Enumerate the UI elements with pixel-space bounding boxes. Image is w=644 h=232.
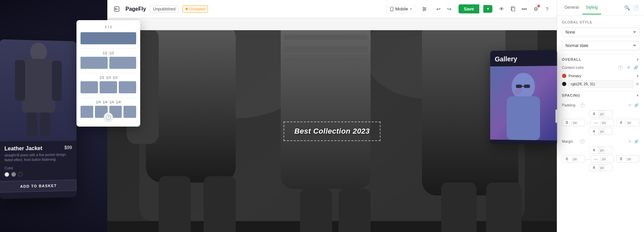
layout-block-third-2 [100,81,117,93]
padding-lr-row: px — px px [562,119,639,126]
svg-rect-28 [284,46,367,51]
rgb-color-swatch[interactable] [562,82,567,86]
margin-label: Margin [562,139,579,143]
color-dot-gray[interactable] [11,172,16,177]
gallery-image [490,66,557,140]
device-selector[interactable]: Mobile ▼ [386,5,416,13]
svg-rect-29 [284,58,367,63]
margin-left-unit: px [572,157,578,161]
margin-lr-row: px — px px [562,155,639,163]
primary-color-swatch[interactable] [562,74,567,78]
divider-3 [80,97,136,98]
margin-right2-input[interactable] [616,155,626,162]
frac-1-3-1: 1/3 [99,76,104,80]
global-style-row: None [562,28,639,37]
svg-rect-44 [516,85,522,88]
save-dropdown-button[interactable]: ▼ [483,5,492,13]
reset-icon[interactable]: ↺ [625,64,632,71]
settings-button[interactable]: ⚙ 1 [531,4,541,14]
filter-icon-btn[interactable] [420,4,430,14]
layout-block-quarter-4 [123,106,136,118]
overall-header[interactable]: OVERALL ▼ [562,54,639,64]
link-icon[interactable]: 🔗 [633,64,639,71]
spacing-header[interactable]: SPACING ▼ [562,91,639,99]
padding-right2-input[interactable] [616,119,626,126]
back-button[interactable] [112,4,121,14]
padding-help[interactable]: ? [580,103,585,107]
margin-left-input[interactable] [562,155,572,162]
undo-redo-group: ↩ ↪ [434,4,454,14]
undo-button[interactable]: ↩ [434,4,444,14]
state-select[interactable]: Normal state [562,41,639,50]
layout-option-1col[interactable] [80,32,136,44]
color-dot-black[interactable] [18,172,23,177]
svg-rect-27 [284,35,367,40]
search-icon-btn[interactable]: 🔍 [623,3,631,12]
layout-option-3col[interactable]: 1/3 1/3 1/3 [80,76,136,93]
padding-bottom-input[interactable] [589,128,599,135]
add-to-basket-button[interactable]: ADD TO BASKET [0,180,76,193]
padding-right-input[interactable] [591,119,600,126]
margin-top-input[interactable] [589,147,599,153]
margin-reset-icon[interactable]: ↺ [627,138,633,144]
product-name-row: Leather Jacket $99 [4,145,72,152]
color-value-row: rgb(28, 29, 31) ✕ [562,80,639,88]
gallery-card: Gallery [490,50,557,145]
color-dot-white[interactable] [4,172,9,177]
pages-button[interactable] [508,4,518,14]
more-options-button[interactable]: ••• [519,4,529,14]
margin-top-unit: px [599,147,605,153]
frac-1-2-left: 1/2 [103,51,107,55]
svg-rect-38 [338,189,371,232]
svg-point-14 [423,10,424,11]
canvas-content[interactable]: Best Collection 2023 [107,30,557,232]
gallery-person-svg [490,66,557,140]
frac-1-4-3: 1/4 [109,100,114,104]
unsaved-label: Unsaved [189,7,205,11]
svg-rect-23 [146,30,236,183]
margin-help[interactable]: ? [580,139,585,144]
padding-left-input-group: px [562,119,585,126]
global-style-select[interactable]: None [562,28,639,37]
right-icons-group: 👁 ••• ⚙ 1 ? [496,4,552,14]
margin-top-row: px [562,146,639,154]
margin-bottom-input-group: px [589,164,612,171]
product-price: $99 [64,145,72,150]
margin-left-input-group: px [562,155,585,163]
preview-button[interactable]: 👁 [496,4,506,14]
publish-status[interactable]: Unpublished [150,5,178,13]
padding-top-input[interactable] [589,110,599,117]
frac-1-4-2: 1/4 [103,100,107,104]
padding-reset-icon[interactable]: ↺ [627,102,633,108]
device-chevron: ▼ [410,7,413,11]
history-button[interactable]: 🕐 [104,112,113,122]
margin-right2-input-group: px [616,155,639,163]
tab-styling[interactable]: Styling [582,1,601,14]
svg-rect-40 [486,183,521,232]
document-icon-btn[interactable]: 📄 [631,3,640,12]
panel-tabs: General Styling 🔍 📄 [557,0,644,15]
hero-text[interactable]: Best Collection 2023 [283,122,380,141]
margin-bottom-input[interactable] [589,164,599,171]
top-bar: PageFly Unpublished Unsaved Mobile ▼ [107,0,557,18]
content-color-help[interactable]: ? [618,65,623,70]
margin-right2-unit: px [626,157,633,161]
tab-general[interactable]: General [561,1,582,14]
layout-block-quarter-1 [80,106,93,118]
help-button[interactable]: ? [542,4,552,14]
margin-right-input[interactable] [591,155,600,162]
padding-left-input[interactable] [562,119,572,126]
primary-color-dropdown[interactable]: ▼ [636,74,639,78]
margin-link-icon[interactable]: 🔗 [633,138,639,144]
redo-button[interactable]: ↪ [444,4,454,14]
resize-handle[interactable] [555,109,557,123]
layout-option-2col[interactable]: 1/2 1/2 [80,51,136,69]
state-row: Normal state [562,41,639,50]
content-color-row: Content color ? ↺ 🔗 [562,64,639,71]
svg-rect-35 [159,176,191,232]
color-swatches [4,171,72,177]
padding-link-icon[interactable]: 🔗 [633,102,639,108]
product-silhouette [15,41,62,139]
save-button[interactable]: Save [459,4,479,13]
color-remove-btn[interactable]: ✕ [636,82,639,87]
